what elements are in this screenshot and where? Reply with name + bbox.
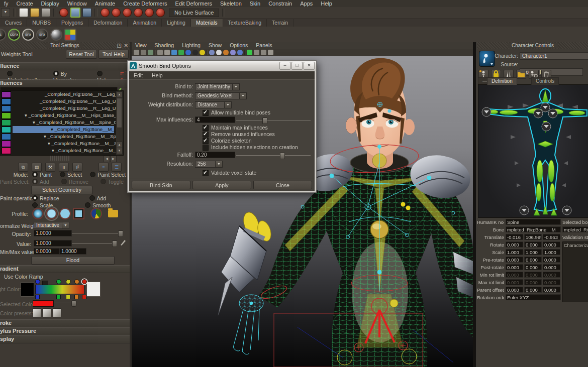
ik-field-max-rot-limit-0[interactable]: 0.000 — [506, 279, 523, 285]
shelf-tab-texturebaking[interactable]: TextureBaking — [223, 19, 267, 27]
textured-icon[interactable] — [178, 50, 184, 55]
shelf-badge-uv-grid[interactable] — [64, 29, 76, 41]
opacity-slider[interactable] — [72, 233, 122, 233]
ramp-key-top[interactable] — [82, 279, 87, 284]
checkbox-allow-multiple-bind-poses[interactable] — [203, 110, 209, 116]
close-icon[interactable]: ✕ — [124, 42, 128, 49]
menu-constrain[interactable]: Constrain — [264, 0, 296, 7]
ik-field-scale-2[interactable]: 1.000 — [543, 249, 560, 255]
ramp-key-top[interactable] — [66, 279, 71, 284]
button-bind-skin[interactable]: Bind Skin — [132, 181, 190, 189]
menu-help[interactable]: Help — [317, 0, 336, 7]
button-apply[interactable]: Apply — [192, 181, 251, 189]
brush-gaussian-icon[interactable] — [32, 208, 44, 219]
min-value-input[interactable]: 0.0000 — [34, 248, 61, 255]
opacity-input[interactable]: 1.0000 — [34, 230, 72, 236]
color-preset-2[interactable] — [43, 308, 51, 317]
influence-row[interactable]: _Completed_Rig:Bone__R__Leg_Upr_Roll_02 — [1, 105, 123, 112]
color-ramp[interactable] — [35, 285, 84, 294]
ik-field-rotate-0[interactable]: 0.000 — [506, 241, 523, 248]
menu-edit-deformers[interactable]: Edit Deformers — [171, 0, 216, 7]
influence-row[interactable]: ▾ _Completed_Rig:Bone__M__Spine_02 — [13, 126, 114, 133]
ramp-key-top[interactable] — [56, 279, 61, 284]
camera-attributes-icon[interactable] — [134, 50, 139, 55]
xray-cube-icon[interactable] — [254, 50, 259, 55]
menu-apps[interactable]: Apps — [296, 0, 317, 7]
ao-icon[interactable] — [200, 50, 205, 55]
viewport-menu-panels[interactable]: Panels — [252, 42, 275, 49]
snap-projected-center-icon[interactable] — [134, 8, 143, 17]
menu-create-deformers[interactable]: Create Deformers — [119, 0, 171, 7]
shadows-icon[interactable] — [192, 50, 198, 55]
dropdown-arrow-icon[interactable]: ▼ — [215, 161, 223, 168]
shelf-tab-materials[interactable]: Materials — [191, 19, 223, 27]
paint-select-tool-icon[interactable] — [82, 8, 91, 17]
definition-button[interactable] — [541, 103, 550, 112]
viewport-menu-lighting[interactable]: Lighting — [178, 42, 204, 49]
influence-row[interactable]: ▾ _Completed_Rig:Bone__M__Spine_04 — [1, 140, 123, 147]
viewport-menu-show[interactable]: Show — [205, 42, 225, 49]
bookmark-icon[interactable] — [141, 50, 146, 55]
shelf-badge-material-sphere[interactable] — [50, 29, 62, 41]
influences-list[interactable]: _Completed_Rig:Bone__R__Leg_Knee_Complet… — [0, 90, 124, 156]
brush-solid-icon[interactable] — [59, 208, 71, 219]
tab-controls[interactable]: Controls — [531, 77, 559, 85]
menu-skeleton[interactable]: Skeleton — [216, 0, 246, 7]
menu-display[interactable]: Display — [37, 0, 63, 7]
ramp-key-bottom[interactable] — [56, 295, 61, 299]
opacity-slider-handle[interactable] — [118, 230, 123, 237]
ik-field-pre-rotate-2[interactable]: 0.000 — [543, 257, 560, 263]
ramp-key-top[interactable] — [35, 279, 40, 284]
snap-view-plane-icon[interactable] — [145, 8, 154, 17]
character-dropdown[interactable]: Character1 — [520, 52, 588, 60]
select-highlight-icon[interactable] — [247, 50, 252, 55]
snap-grid-icon[interactable] — [101, 8, 110, 17]
radio-paint-select[interactable]: Paint Select — [90, 172, 126, 178]
pin-icon[interactable]: ◳ — [117, 42, 122, 49]
radio-toggle[interactable]: Toggle — [101, 179, 124, 185]
dropdown-arrow-icon[interactable]: ▼ — [239, 92, 247, 99]
definition-button[interactable] — [562, 206, 571, 215]
move-joints-icon[interactable]: ⁝⁝ — [59, 163, 69, 172]
minimize-icon[interactable]: – — [279, 62, 290, 70]
dropdown-arrow-icon[interactable]: ▼ — [232, 83, 240, 90]
shelf-badge-cgfx[interactable]: CGFX — [8, 29, 20, 41]
influence-row[interactable]: _Completed_Rig:Bone__R__Leg_Knee — [1, 91, 123, 98]
input-max-influences[interactable]: 4 — [195, 116, 235, 123]
influence-row[interactable]: ▾ _Completed_Rig:Bone__M__Spine_05 — [1, 147, 123, 154]
radio-by-hierarchy[interactable]: By Hierarchy — [53, 71, 90, 78]
ik-field-translate-2[interactable]: -0.663 — [543, 234, 560, 240]
dropdown-arrow-icon[interactable]: ▼ — [224, 101, 232, 108]
shelf-badge-sfx[interactable]: SFX — [22, 29, 34, 41]
select-tool-icon[interactable] — [59, 8, 68, 17]
dialog-titlebar[interactable]: Smooth Bind Options – □ ✕ — [128, 61, 316, 71]
checkbox-validate-voxel-state[interactable] — [203, 170, 209, 176]
snap-curve-icon[interactable] — [112, 8, 121, 17]
resize-grip[interactable] — [50, 156, 70, 161]
definition-button[interactable] — [542, 122, 551, 131]
selected-color-slider-handle[interactable] — [71, 300, 76, 307]
ik-field-min-rot-limit-0[interactable]: 0.000 — [506, 272, 523, 278]
ramp-key-bottom[interactable] — [35, 295, 40, 299]
brush-soft-icon[interactable] — [46, 208, 57, 219]
paste-weights-icon[interactable]: ▤ — [32, 163, 42, 172]
button-close[interactable]: Close — [253, 181, 312, 189]
ik-field-post-rotate-1[interactable]: 0.000 — [524, 264, 542, 270]
dropdown-weight-distribution[interactable]: Distance — [195, 101, 226, 108]
radio-remove[interactable]: Remove — [61, 179, 88, 185]
swoosh-icon[interactable] — [237, 50, 243, 55]
ik-field-rotate-1[interactable]: 0.000 — [524, 241, 542, 248]
fork-icon[interactable] — [268, 50, 273, 55]
weight-color-high-swatch[interactable] — [86, 282, 101, 297]
ik-field-pre-rotate-0[interactable]: 0.000 — [506, 257, 523, 263]
menu-animate[interactable]: Animate — [91, 0, 119, 7]
radio-add[interactable]: Add — [32, 179, 49, 185]
ik-field-translate-1[interactable]: 106.999 — [524, 234, 542, 240]
all-lights-icon[interactable] — [185, 50, 191, 55]
select-geometry-button[interactable]: Select Geometry — [31, 186, 92, 194]
section-header-roke[interactable]: roke — [0, 319, 130, 327]
menu-fy[interactable]: fy — [0, 0, 13, 7]
checkbox-include-hidden-selections-on-creation[interactable] — [203, 145, 209, 151]
weight-color-low-swatch[interactable] — [21, 282, 34, 297]
image-plane-icon[interactable] — [148, 50, 153, 55]
